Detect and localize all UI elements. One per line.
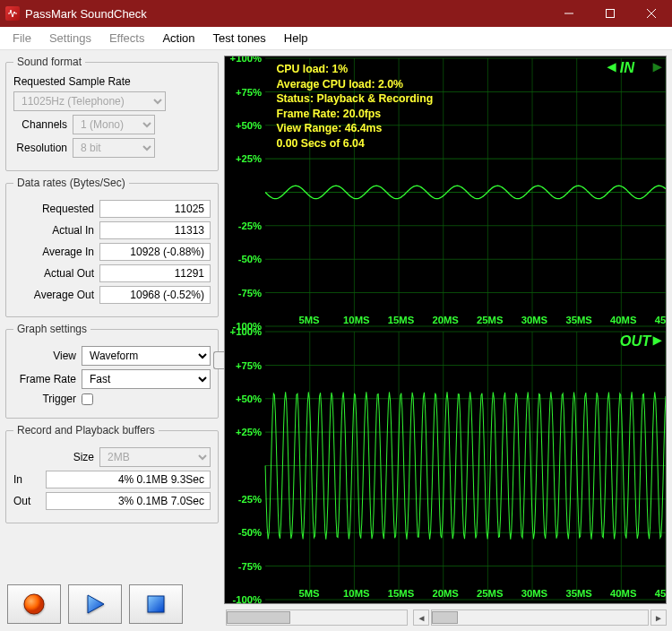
svg-text:Average CPU load: 2.0%: Average CPU load: 2.0% xyxy=(276,78,403,91)
svg-text:-50%: -50% xyxy=(238,254,262,264)
left-panel: Sound format Requested Sample Rate 11025… xyxy=(5,56,219,626)
actual-in-value: 11313 xyxy=(99,221,211,239)
actual-out-value: 11291 xyxy=(99,264,211,282)
right-panel: +100%+75%+50%+25%-25%-50%-75%-100%5MS10M… xyxy=(224,56,667,626)
average-in-value: 10928 (-0.88%) xyxy=(99,243,211,261)
average-in-label: Average In xyxy=(13,246,94,258)
svg-text:-25%: -25% xyxy=(238,494,262,505)
svg-text:-100%: -100% xyxy=(232,594,262,603)
svg-text:15MS: 15MS xyxy=(388,315,415,325)
menu-file[interactable]: File xyxy=(4,27,40,49)
svg-text:View Range: 46.4ms: View Range: 46.4ms xyxy=(276,122,382,134)
svg-marker-5 xyxy=(88,595,104,613)
sound-format-legend: Sound format xyxy=(13,56,85,68)
svg-text:45M: 45M xyxy=(655,315,666,325)
menu-action[interactable]: Action xyxy=(153,27,203,49)
in-label: In xyxy=(13,473,40,486)
svg-point-4 xyxy=(24,594,44,614)
stop-button[interactable] xyxy=(129,584,183,624)
graph-settings-group: Graph settings View Waveform Frame Rate … xyxy=(5,323,219,419)
average-out-label: Average Out xyxy=(13,289,94,301)
svg-text:-75%: -75% xyxy=(238,561,262,572)
scroll-right-icon[interactable]: ► xyxy=(650,609,667,626)
menu-settings[interactable]: Settings xyxy=(40,27,100,49)
svg-text:Frame Rate: 20.0fps: Frame Rate: 20.0fps xyxy=(276,108,381,120)
play-button[interactable] xyxy=(68,584,122,624)
scope-canvas: +100%+75%+50%+25%-25%-50%-75%-100%5MS10M… xyxy=(225,56,666,603)
svg-text:40MS: 40MS xyxy=(610,315,637,325)
svg-text:OUT: OUT xyxy=(620,333,653,349)
svg-text:+50%: +50% xyxy=(236,120,262,131)
size-label: Size xyxy=(13,451,94,463)
requested-label: Requested xyxy=(13,203,94,215)
actual-out-label: Actual Out xyxy=(13,267,94,280)
oscilloscope: +100%+75%+50%+25%-25%-50%-75%-100%5MS10M… xyxy=(224,56,667,604)
svg-text:40MS: 40MS xyxy=(610,588,637,599)
sound-format-group: Sound format Requested Sample Rate 11025… xyxy=(5,56,219,171)
svg-text:CPU load: 1%: CPU load: 1% xyxy=(276,63,348,75)
svg-text:+75%: +75% xyxy=(236,87,262,98)
in-value: 4% 0.1MB 9.3Sec xyxy=(46,471,211,488)
average-out-value: 10968 (-0.52%) xyxy=(99,286,211,304)
svg-text:30MS: 30MS xyxy=(521,315,548,325)
menu-help[interactable]: Help xyxy=(275,27,317,49)
out-label: Out xyxy=(13,495,40,507)
actual-in-label: Actual In xyxy=(13,224,94,237)
svg-text:35MS: 35MS xyxy=(565,315,592,325)
svg-text:+75%: +75% xyxy=(236,360,262,371)
channels-label: Channels xyxy=(13,118,67,131)
buffers-group: Record and Playback buffers Size 2MB In … xyxy=(5,424,219,523)
svg-text:45M: 45M xyxy=(655,588,666,599)
svg-text:+25%: +25% xyxy=(236,153,262,164)
svg-text:5MS: 5MS xyxy=(298,315,320,325)
minimize-button[interactable] xyxy=(548,0,590,27)
transport-buttons xyxy=(5,583,219,626)
menu-test-tones[interactable]: Test tones xyxy=(204,27,275,49)
svg-text:Status: Playback & Recording: Status: Playback & Recording xyxy=(276,92,433,105)
scroll-left-icon[interactable]: ◄ xyxy=(413,609,429,626)
close-button[interactable] xyxy=(631,0,672,27)
svg-text:25MS: 25MS xyxy=(477,315,504,325)
scope-scrollbar-left[interactable] xyxy=(224,609,409,626)
app-icon xyxy=(5,6,20,21)
svg-text:30MS: 30MS xyxy=(521,588,548,599)
frame-rate-select[interactable]: Fast xyxy=(82,369,211,389)
data-rates-group: Data rates (Bytes/Sec) Requested 11025 A… xyxy=(5,177,219,317)
requested-sample-rate-select[interactable]: 11025Hz (Telephone) xyxy=(13,91,166,111)
record-button[interactable] xyxy=(7,584,61,624)
menubar: File Settings Effects Action Test tones … xyxy=(0,27,672,50)
svg-text:-75%: -75% xyxy=(238,288,262,298)
window-title: PassMark SoundCheck xyxy=(25,7,548,21)
maximize-button[interactable] xyxy=(590,0,631,27)
out-value: 3% 0.1MB 7.0Sec xyxy=(46,492,211,510)
svg-text:+50%: +50% xyxy=(236,393,262,404)
frame-rate-label: Frame Rate xyxy=(13,373,76,385)
svg-text:+100%: +100% xyxy=(230,326,262,337)
resolution-select[interactable]: 8 bit xyxy=(73,138,155,158)
menu-effects[interactable]: Effects xyxy=(100,27,154,49)
svg-text:-25%: -25% xyxy=(238,220,262,231)
channels-select[interactable]: 1 (Mono) xyxy=(73,115,155,134)
resolution-label: Resolution xyxy=(13,142,67,154)
svg-text:+100%: +100% xyxy=(230,56,262,64)
svg-text:+25%: +25% xyxy=(236,427,262,437)
svg-rect-1 xyxy=(607,10,615,18)
svg-text:20MS: 20MS xyxy=(432,588,459,599)
graph-settings-legend: Graph settings xyxy=(13,323,90,335)
scope-scrollbar-right[interactable]: ◄ ► xyxy=(413,609,667,626)
svg-text:20MS: 20MS xyxy=(432,315,459,325)
view-select[interactable]: Waveform xyxy=(82,346,211,366)
titlebar: PassMark SoundCheck xyxy=(0,0,672,27)
size-select[interactable]: 2MB xyxy=(99,447,211,467)
svg-text:25MS: 25MS xyxy=(477,588,504,599)
requested-sample-rate-label: Requested Sample Rate xyxy=(13,75,211,88)
svg-text:10MS: 10MS xyxy=(343,588,370,599)
trigger-checkbox[interactable] xyxy=(82,393,93,405)
svg-rect-6 xyxy=(148,596,164,612)
trigger-label: Trigger xyxy=(13,393,76,405)
svg-text:15MS: 15MS xyxy=(388,588,415,599)
svg-text:10MS: 10MS xyxy=(343,315,370,325)
splitter-handle[interactable] xyxy=(213,351,224,369)
requested-value: 11025 xyxy=(99,200,211,218)
data-rates-legend: Data rates (Bytes/Sec) xyxy=(13,177,129,189)
